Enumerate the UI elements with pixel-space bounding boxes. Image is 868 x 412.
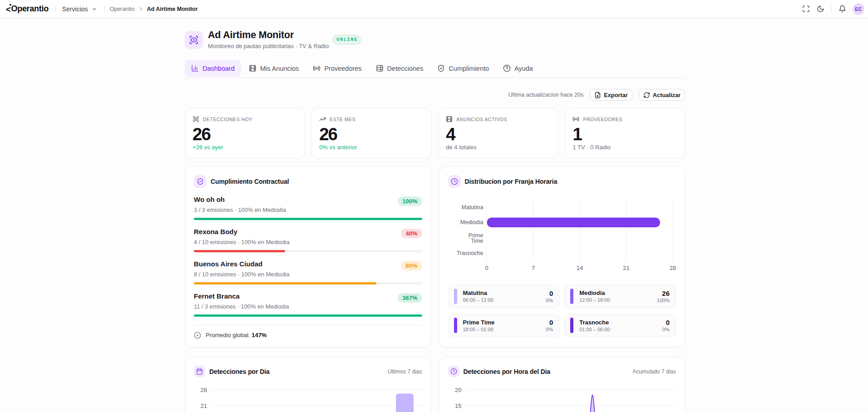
svg-text:Trasnoche: Trasnoche — [456, 250, 483, 256]
svg-text:7: 7 — [531, 264, 534, 271]
svg-text:Time: Time — [471, 237, 483, 244]
svg-text:28: 28 — [201, 387, 207, 393]
svg-text:28: 28 — [669, 264, 676, 271]
svg-text:Matutina: Matutina — [461, 204, 483, 210]
svg-text:20: 20 — [455, 387, 461, 393]
svg-text:21: 21 — [201, 402, 207, 409]
svg-text:14: 14 — [576, 264, 582, 271]
svg-text:15: 15 — [455, 402, 461, 409]
svg-text:21: 21 — [623, 264, 629, 271]
svg-text:0: 0 — [485, 264, 488, 271]
svg-text:Mediodia: Mediodia — [460, 219, 483, 226]
